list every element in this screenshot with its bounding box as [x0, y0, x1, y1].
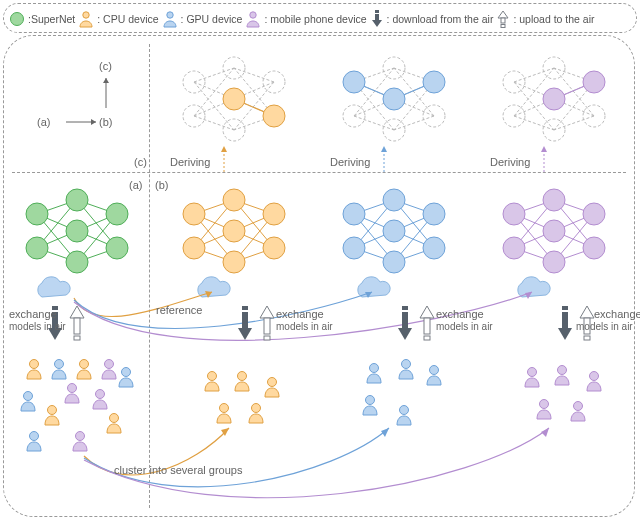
- svg-point-124: [343, 237, 365, 259]
- svg-point-89: [66, 251, 88, 273]
- svg-rect-6: [501, 25, 505, 28]
- svg-rect-157: [402, 306, 408, 310]
- svg-rect-4: [375, 14, 379, 20]
- legend-gpu: : GPU device: [181, 13, 243, 25]
- svg-point-145: [543, 220, 565, 242]
- cpu-device-icon: [79, 11, 93, 27]
- legend-mobile: : mobile phone device: [264, 13, 366, 25]
- cloud-gpu: [352, 279, 398, 301]
- svg-point-126: [383, 220, 405, 242]
- svg-point-109: [263, 203, 285, 225]
- supernet-swatch: [10, 12, 24, 26]
- svg-point-85: [26, 203, 48, 225]
- legend-download: : download from the air: [387, 13, 494, 25]
- svg-point-105: [183, 237, 205, 259]
- svg-point-107: [223, 220, 245, 242]
- svg-point-147: [583, 203, 605, 225]
- ex-mobile-l1: exchange: [594, 308, 640, 320]
- cluster-label: cluster into several groups: [114, 464, 242, 476]
- svg-line-9: [194, 68, 234, 82]
- deriving-cpu: Deriving: [170, 156, 210, 168]
- svg-point-2: [250, 12, 256, 18]
- svg-rect-154: [242, 312, 248, 328]
- svg-line-55: [514, 116, 554, 130]
- svg-point-87: [66, 189, 88, 211]
- svg-rect-162: [562, 312, 568, 328]
- group-net-gpu: [339, 186, 449, 276]
- svg-point-48: [383, 88, 405, 110]
- ex-cpu-l2: models in air: [276, 321, 333, 332]
- people-cpu: [184, 366, 294, 456]
- svg-rect-3: [375, 10, 379, 13]
- svg-point-69: [583, 71, 605, 93]
- svg-rect-161: [562, 306, 568, 310]
- derive-arrow-cpu: [219, 144, 229, 172]
- derive-arrow-mobile: [539, 144, 549, 172]
- people-mixed: [14, 356, 144, 466]
- svg-rect-159: [424, 318, 430, 334]
- svg-point-91: [106, 237, 128, 259]
- exchange-gpu: [396, 304, 436, 350]
- people-mobile: [504, 362, 614, 457]
- svg-line-14: [194, 116, 234, 130]
- people-gpu: [344, 358, 454, 453]
- svg-rect-155: [264, 318, 270, 334]
- svg-point-125: [383, 189, 405, 211]
- ex-a-l1: exchange: [9, 308, 57, 320]
- deriving-gpu: Deriving: [330, 156, 370, 168]
- cloud-mobile: [512, 279, 558, 301]
- svg-point-129: [423, 237, 445, 259]
- group-net-mobile: [499, 186, 609, 276]
- svg-rect-158: [402, 312, 408, 328]
- svg-point-128: [423, 203, 445, 225]
- svg-point-142: [503, 203, 525, 225]
- svg-rect-160: [424, 336, 430, 340]
- svg-point-28: [263, 105, 285, 127]
- group-net-cpu: [179, 186, 289, 276]
- svg-line-15: [234, 68, 274, 82]
- svg-point-49: [423, 71, 445, 93]
- svg-point-108: [223, 251, 245, 273]
- svg-rect-164: [584, 336, 590, 340]
- legend-cpu: : CPU device: [97, 13, 158, 25]
- cloud-cpu: [192, 279, 238, 301]
- svg-point-143: [503, 237, 525, 259]
- legend-bar: :SuperNet : CPU device : GPU device : mo…: [3, 3, 637, 33]
- svg-point-86: [26, 237, 48, 259]
- svg-line-50: [514, 68, 554, 82]
- ex-mobile-l2: models in air: [576, 321, 633, 332]
- deriving-mobile: Deriving: [490, 156, 530, 168]
- svg-point-104: [183, 203, 205, 225]
- derived-net-mobile: [499, 54, 609, 144]
- svg-rect-5: [501, 18, 505, 23]
- svg-point-148: [583, 237, 605, 259]
- svg-point-127: [383, 251, 405, 273]
- upload-icon: [497, 10, 509, 28]
- divider-horizontal: [12, 172, 626, 173]
- svg-point-47: [343, 71, 365, 93]
- supernet-network: [22, 186, 132, 276]
- main-diagram: (a) (b) (c) (a) (b) (c): [3, 35, 635, 517]
- ex-a-l2: models in air: [9, 321, 66, 332]
- download-icon: [371, 10, 383, 28]
- svg-point-68: [543, 88, 565, 110]
- label-b-sm: (b): [99, 116, 112, 128]
- derived-net-cpu: [179, 54, 289, 144]
- derive-arrow-gpu: [379, 144, 389, 172]
- svg-point-88: [66, 220, 88, 242]
- svg-rect-152: [74, 336, 80, 340]
- label-c-sm: (c): [99, 60, 112, 72]
- svg-rect-151: [74, 318, 80, 334]
- svg-line-40: [394, 116, 434, 130]
- flow-abc-schematic: [34, 56, 134, 156]
- ex-cpu-l1: exchange: [276, 308, 324, 320]
- svg-point-27: [223, 88, 245, 110]
- svg-point-1: [166, 12, 172, 18]
- label-a-sm: (a): [37, 116, 50, 128]
- divider-vertical: [149, 44, 150, 508]
- label-b: (b): [155, 179, 168, 191]
- legend-upload: : upload to the air: [513, 13, 594, 25]
- label-c: (c): [134, 156, 147, 168]
- svg-line-61: [554, 116, 594, 130]
- legend-supernet: :SuperNet: [28, 13, 75, 25]
